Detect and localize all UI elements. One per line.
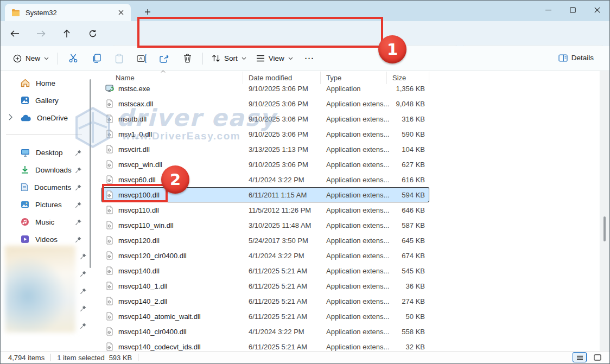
file-date: 4/1/2024 3:22 PM	[243, 176, 321, 184]
sidebar-item-label: Desktop	[36, 149, 63, 157]
file-size: 36 KB	[387, 282, 429, 290]
paste-button[interactable]	[107, 50, 130, 67]
file-row[interactable]: msvcp140_1.dll6/11/2025 5:21 AMApplicati…	[101, 278, 429, 293]
file-row[interactable]: msutb.dll9/10/2025 3:06 PMApplication ex…	[101, 111, 429, 126]
sidebar-item-label: Downloads	[35, 166, 72, 174]
file-row[interactable]: msvcp120_clr0400.dll4/1/2024 3:22 PMAppl…	[101, 248, 429, 263]
copy-button[interactable]	[85, 50, 107, 67]
pin-icon	[80, 305, 87, 312]
toolbar-divider	[58, 53, 58, 65]
details-view-icon	[576, 354, 583, 360]
file-type: Application extens...	[321, 267, 387, 275]
file-row[interactable]: msvcp140.dll6/11/2025 5:21 AMApplication…	[101, 263, 429, 278]
sidebar-item-label: Home	[36, 79, 55, 87]
navigation-sidebar: HomeGalleryOneDriveDesktopDownloadsDocum…	[1, 71, 96, 352]
file-size: 545 KB	[387, 267, 429, 275]
file-type: Application extens...	[321, 206, 387, 214]
pin-icon	[80, 253, 87, 260]
share-icon	[160, 54, 169, 63]
maximize-button[interactable]	[561, 1, 585, 19]
sidebar-item-onedrive[interactable]: OneDrive	[3, 110, 87, 126]
file-size: 587 KB	[387, 221, 429, 229]
file-size: 104 KB	[387, 145, 429, 154]
file-row[interactable]: mstsc.exe9/10/2025 3:06 PMApplication1,3…	[101, 81, 429, 96]
file-list: mstsc.exe9/10/2025 3:06 PMApplication1,3…	[101, 81, 429, 354]
sidebar-item-downloads[interactable]: Downloads	[3, 162, 87, 178]
up-button[interactable]	[58, 24, 76, 43]
view-button[interactable]: View	[251, 50, 298, 66]
minimize-button[interactable]	[536, 1, 561, 19]
list-scrollbar-track[interactable]	[600, 71, 609, 352]
details-pane-button[interactable]: Details	[554, 50, 599, 66]
file-name: mstsc.exe	[118, 85, 150, 93]
file-row[interactable]: msv1_0.dll9/10/2025 3:06 PMApplication e…	[101, 126, 429, 142]
videos-icon	[21, 235, 29, 244]
file-date: 9/10/2025 3:06 PM	[243, 161, 321, 169]
file-name: msvcp140_atomic_wait.dll	[118, 312, 201, 321]
file-type: Application extens...	[321, 282, 387, 290]
cut-button[interactable]	[62, 50, 85, 67]
file-row[interactable]: msvcp110.dll11/5/2012 11:26 PMApplicatio…	[101, 202, 429, 218]
file-type: Application extens...	[321, 312, 387, 321]
refresh-button[interactable]	[84, 24, 102, 43]
more-options-button[interactable]: ⋯	[298, 50, 321, 66]
file-row[interactable]: msvcirt.dll3/13/2025 1:13 PMApplication …	[101, 142, 429, 157]
file-size: 616 KB	[387, 176, 429, 184]
back-button[interactable]	[5, 24, 24, 43]
downloads-icon	[21, 165, 29, 174]
rename-button[interactable]: A	[130, 50, 153, 67]
close-button[interactable]	[585, 1, 609, 19]
exe-file-icon	[105, 84, 114, 93]
tab-system32[interactable]: System32	[5, 4, 131, 21]
file-row[interactable]: msvcp_win.dll9/10/2025 3:06 PMApplicatio…	[101, 157, 429, 172]
file-name: mstscax.dll	[118, 100, 153, 108]
file-size: 558 KB	[387, 328, 429, 336]
sidebar-item-home[interactable]: Home	[3, 75, 87, 91]
sidebar-scrollbar[interactable]	[90, 79, 91, 268]
details-pane-icon	[558, 54, 568, 62]
sidebar-item-music[interactable]: Music	[3, 214, 87, 230]
annotation-box-selected-file	[102, 184, 168, 202]
file-type: Application extens...	[321, 115, 387, 123]
file-row[interactable]: mstscax.dll9/10/2025 3:06 PMApplication …	[101, 96, 429, 111]
view-icon	[256, 55, 265, 62]
file-name: msvcp110_win.dll	[118, 221, 174, 229]
delete-button[interactable]	[176, 50, 199, 67]
tab-close-icon[interactable]	[116, 7, 126, 18]
new-button[interactable]: New	[8, 50, 54, 67]
annotation-step-1: 1	[378, 35, 406, 63]
file-name: msutb.dll	[118, 115, 147, 123]
dll-file-icon	[105, 342, 114, 351]
file-type: Application extens...	[321, 145, 387, 154]
file-row[interactable]: msvcp140_clr0400.dll4/1/2024 3:22 PMAppl…	[101, 324, 429, 339]
sidebar-item-desktop[interactable]: Desktop	[3, 144, 87, 161]
pin-icon	[75, 184, 82, 191]
file-size: 50 KB	[387, 312, 429, 321]
file-row[interactable]: msvcp140_atomic_wait.dll6/11/2025 5:21 A…	[101, 309, 429, 324]
dll-file-icon	[105, 160, 114, 169]
sidebar-item-documents[interactable]: Documents	[3, 179, 87, 195]
details-view-toggle[interactable]	[573, 352, 587, 362]
sidebar-item-videos[interactable]: Videos	[3, 231, 87, 247]
file-row[interactable]: msvcp110_win.dll3/10/2025 11:48 AMApplic…	[101, 218, 429, 233]
forward-button[interactable]	[31, 24, 50, 43]
sidebar-item-gallery[interactable]: Gallery	[3, 92, 87, 108]
view-label: View	[269, 54, 284, 62]
dll-file-icon	[105, 99, 114, 108]
list-scrollbar-thumb[interactable]	[603, 216, 606, 241]
sort-button[interactable]: Sort	[207, 50, 251, 66]
file-row[interactable]: msvcp140_codecvt_ids.dll6/11/2025 5:21 A…	[101, 339, 429, 354]
file-type: Application extens...	[321, 176, 387, 184]
pin-icon	[75, 149, 82, 156]
folder-icon	[11, 9, 20, 16]
file-row[interactable]: msvcp140_2.dll6/11/2025 5:21 AMApplicati…	[101, 293, 429, 309]
file-type: Application extens...	[321, 328, 387, 336]
chevron-right-icon[interactable]	[9, 114, 12, 120]
sidebar-item-label: Music	[35, 218, 54, 226]
large-icons-view-toggle[interactable]	[590, 352, 605, 362]
tab-title: System32	[26, 9, 110, 17]
file-name: msvcp110.dll	[118, 206, 159, 214]
sidebar-item-pictures[interactable]: Pictures	[3, 196, 87, 213]
share-button[interactable]	[153, 50, 176, 67]
file-row[interactable]: msvcp120.dll5/24/2017 3:50 PMApplication…	[101, 233, 429, 248]
